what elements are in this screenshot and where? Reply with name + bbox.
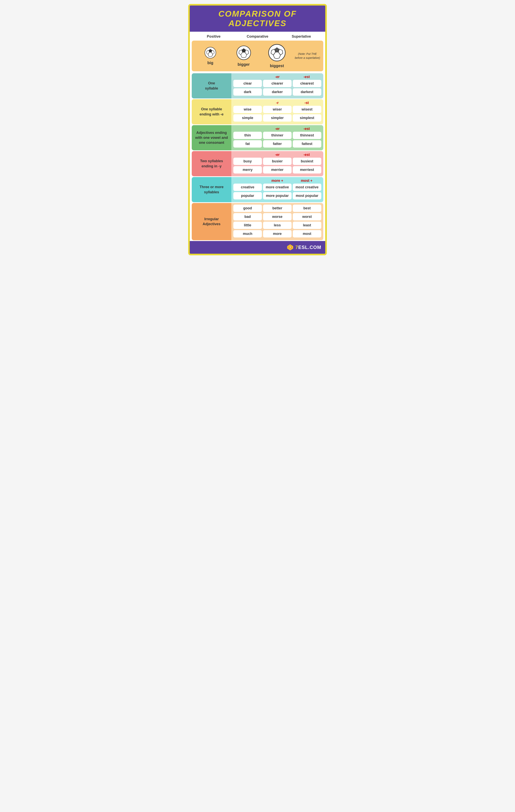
word-box-two-syllables-y-0-0: busy bbox=[233, 158, 262, 165]
word-box-two-syllables-y-1-0: merry bbox=[233, 166, 262, 173]
word-box-vowel-consonant-1-2: fattest bbox=[293, 140, 321, 148]
word-box-three-syllables-0-1: more creative bbox=[263, 183, 292, 191]
word-box-two-syllables-y-1-1: merrier bbox=[263, 166, 292, 173]
word-box-irregular-0-1: better bbox=[263, 205, 292, 212]
word-box-one-syllable-0-2: clearest bbox=[293, 80, 321, 87]
word-box-irregular-3-1: more bbox=[263, 230, 292, 237]
sections-container: One syllable-er-estclearclearerclearestd… bbox=[190, 73, 325, 240]
word-row-three-syllables-0: creativemore creativemost creative bbox=[233, 183, 321, 191]
word-box-one-syllable-e-0-1: wiser bbox=[263, 106, 292, 113]
word-box-one-syllable-0-0: clear bbox=[233, 80, 262, 87]
word-row-one-syllable-e-0: wisewiserwisest bbox=[233, 106, 321, 113]
word-row-one-syllable-0: clearclearerclearest bbox=[233, 80, 321, 87]
main-card: COMPARISON OF ADJECTIVES Positive Compar… bbox=[188, 4, 327, 255]
word-row-irregular-2: littlelessleast bbox=[233, 222, 321, 229]
word-box-three-syllables-1-1: more popular bbox=[263, 192, 292, 199]
section-label-two-syllables-y: Two syllables ending in -y bbox=[192, 151, 231, 176]
footer: 7 7ESL.COM bbox=[190, 241, 325, 254]
section-label-one-syllable: One syllable bbox=[192, 73, 231, 98]
page-title: COMPARISON OF ADJECTIVES bbox=[194, 9, 321, 28]
suffix-row-three-syllables: more +most + bbox=[233, 179, 321, 183]
word-row-two-syllables-y-0: busybusierbusiest bbox=[233, 158, 321, 165]
word-box-three-syllables-1-2: most popular bbox=[293, 192, 321, 199]
word-box-one-syllable-e-0-2: wisest bbox=[293, 106, 321, 113]
word-row-two-syllables-y-1: merrymerriermerriest bbox=[233, 166, 321, 173]
intro-biggest: biggest bbox=[260, 44, 293, 68]
word-box-irregular-2-2: least bbox=[293, 222, 321, 229]
word-box-one-syllable-1-2: darkest bbox=[293, 88, 321, 96]
word-box-irregular-2-1: less bbox=[263, 222, 292, 229]
section-content-one-syllable-e: -r-stwisewiserwisestsimplesimplersimples… bbox=[231, 99, 323, 124]
svg-text:7: 7 bbox=[290, 246, 291, 249]
logo-icon: 7 bbox=[287, 244, 294, 251]
word-row-vowel-consonant-0: thinthinnerthinnest bbox=[233, 132, 321, 139]
word-box-irregular-3-0: much bbox=[233, 230, 262, 237]
section-content-one-syllable: -er-estclearclearerclearestdarkdarkerdar… bbox=[231, 73, 323, 98]
suffix-row-one-syllable-e: -r-st bbox=[233, 101, 321, 105]
word-box-irregular-1-2: worst bbox=[293, 213, 321, 221]
intro-section: big bigger bbox=[192, 40, 323, 71]
soccer-ball-medium bbox=[236, 45, 251, 60]
title-bar: COMPARISON OF ADJECTIVES bbox=[190, 5, 325, 32]
section-one-syllable: One syllable-er-estclearclearerclearestd… bbox=[192, 73, 323, 98]
logo: 7 7ESL.COM bbox=[287, 244, 321, 251]
word-box-one-syllable-1-0: dark bbox=[233, 88, 262, 96]
intro-word-bigger: bigger bbox=[237, 62, 250, 67]
word-box-one-syllable-1-1: darker bbox=[263, 88, 292, 96]
intro-note: (Note: Put THE before a superlative) bbox=[293, 52, 321, 60]
intro-bigger: bigger bbox=[227, 45, 260, 67]
suffix-row-one-syllable: -er-est bbox=[233, 75, 321, 79]
word-box-one-syllable-e-1-1: simpler bbox=[263, 114, 292, 122]
word-box-one-syllable-e-0-0: wise bbox=[233, 106, 262, 113]
word-box-irregular-1-1: worse bbox=[263, 213, 292, 221]
word-box-one-syllable-0-1: clearer bbox=[263, 80, 292, 87]
word-box-vowel-consonant-0-2: thinnest bbox=[293, 132, 321, 139]
word-row-three-syllables-1: popularmore popularmost popular bbox=[233, 192, 321, 199]
word-row-irregular-0: goodbetterbest bbox=[233, 205, 321, 212]
suffix-three-syllables-1: more + bbox=[263, 179, 292, 183]
word-box-vowel-consonant-0-1: thinner bbox=[263, 132, 292, 139]
word-box-vowel-consonant-0-0: thin bbox=[233, 132, 262, 139]
intro-big: big bbox=[194, 47, 227, 65]
content-area: Positive Comparative Superlative bbox=[190, 32, 325, 240]
section-label-one-syllable-e: One syllable ending with -e bbox=[192, 99, 231, 124]
word-row-one-syllable-1: darkdarkerdarkest bbox=[233, 88, 321, 96]
suffix-one-syllable-2: -est bbox=[292, 75, 321, 79]
word-box-irregular-2-0: little bbox=[233, 222, 262, 229]
suffix-vowel-consonant-2: -est bbox=[292, 127, 321, 131]
word-box-three-syllables-0-2: most creative bbox=[293, 183, 321, 191]
logo-text: 7ESL.COM bbox=[295, 244, 321, 250]
header-superlative: Superlative bbox=[280, 34, 323, 39]
word-box-vowel-consonant-1-1: fatter bbox=[263, 140, 292, 148]
suffix-three-syllables-2: most + bbox=[292, 179, 321, 183]
header-comparative: Comparative bbox=[235, 34, 279, 39]
word-box-irregular-3-2: most bbox=[293, 230, 321, 237]
word-row-one-syllable-e-1: simplesimplersimplest bbox=[233, 114, 321, 122]
suffix-row-two-syllables-y: -er-est bbox=[233, 153, 321, 157]
suffix-two-syllables-y-1: -er bbox=[263, 153, 292, 157]
word-box-irregular-0-0: good bbox=[233, 205, 262, 212]
word-box-one-syllable-e-1-0: simple bbox=[233, 114, 262, 122]
section-label-vowel-consonant: Adjectives ending with one vowel and one… bbox=[192, 125, 231, 150]
section-content-two-syllables-y: -er-estbusybusierbusiestmerrymerriermerr… bbox=[231, 151, 323, 176]
word-box-three-syllables-0-0: creative bbox=[233, 183, 262, 191]
header-positive: Positive bbox=[192, 34, 235, 39]
word-box-one-syllable-e-1-2: simplest bbox=[293, 114, 321, 122]
intro-word-biggest: biggest bbox=[270, 64, 284, 68]
suffix-vowel-consonant-1: -er bbox=[263, 127, 292, 131]
word-row-irregular-3: muchmoremost bbox=[233, 230, 321, 237]
word-box-two-syllables-y-0-2: busiest bbox=[293, 158, 321, 165]
word-box-three-syllables-1-0: popular bbox=[233, 192, 262, 199]
suffix-one-syllable-1: -er bbox=[263, 75, 292, 79]
suffix-two-syllables-y-2: -est bbox=[292, 153, 321, 157]
word-box-vowel-consonant-1-0: fat bbox=[233, 140, 262, 148]
soccer-ball-large bbox=[268, 44, 286, 62]
suffix-one-syllable-e-2: -st bbox=[292, 101, 321, 105]
word-row-irregular-1: badworseworst bbox=[233, 213, 321, 221]
section-content-irregular: goodbetterbestbadworseworstlittlelesslea… bbox=[231, 203, 323, 240]
column-headers: Positive Comparative Superlative bbox=[190, 32, 325, 39]
section-label-three-syllables: Three or more syllables bbox=[192, 177, 231, 202]
word-box-two-syllables-y-0-1: busier bbox=[263, 158, 292, 165]
suffix-one-syllable-e-1: -r bbox=[263, 101, 292, 105]
section-three-syllables: Three or more syllablesmore +most +creat… bbox=[192, 177, 323, 202]
